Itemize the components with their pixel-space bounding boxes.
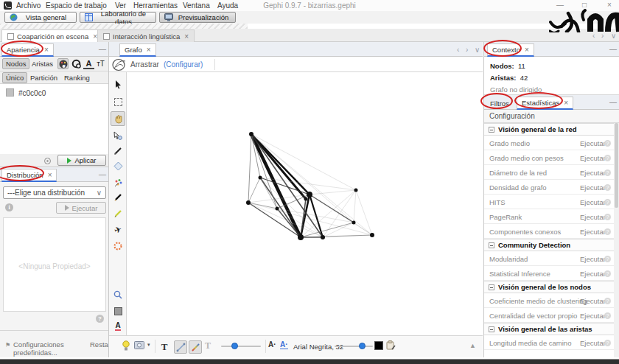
run-button[interactable]: Ejecutar	[580, 312, 606, 320]
stats-section-header[interactable]: Visión general de los nodos	[484, 281, 614, 293]
graph-node[interactable]	[246, 200, 251, 205]
collapse-icon[interactable]	[489, 242, 494, 248]
edge-color-mode-button[interactable]	[189, 340, 202, 354]
apply-button[interactable]: Aplicar	[57, 155, 106, 166]
label-color-icon[interactable]: A	[83, 58, 94, 69]
overview-button[interactable]: Vista general	[4, 12, 77, 23]
help-icon[interactable]: ?	[604, 214, 611, 220]
chevron-down-icon[interactable]: ∨	[475, 46, 480, 54]
preview-button[interactable]: Previsualización	[159, 12, 236, 23]
close-tab-icon[interactable]: ×	[147, 46, 151, 54]
scrollbar-thumb[interactable]	[615, 123, 618, 208]
help-icon[interactable]: ?	[604, 184, 611, 191]
tab-apariencia[interactable]: Apariencia ×	[1, 43, 54, 57]
run-button[interactable]: Ejecutar	[580, 297, 606, 305]
menu-ver[interactable]: Ver	[115, 1, 126, 10]
collapse-icon[interactable]	[489, 127, 494, 133]
run-button[interactable]: Ejecutar	[580, 213, 606, 221]
help-icon[interactable]: ?	[604, 312, 611, 319]
menu-espacio-de-trabajo[interactable]: Espacio de trabajo	[46, 1, 107, 10]
stats-section-header[interactable]: Visión general de las aristas	[484, 323, 614, 335]
run-button[interactable]: Ejecutar	[580, 339, 606, 347]
menu-archivo[interactable]: Archivo	[16, 1, 41, 10]
chevron-down-icon[interactable]: ∨	[611, 32, 616, 40]
edge-pencil-tool[interactable]	[111, 206, 125, 221]
color-swatch[interactable]	[6, 88, 14, 97]
tab-aristas[interactable]: Aristas	[29, 58, 56, 69]
run-button[interactable]: Ejecutar	[580, 198, 606, 206]
help-icon[interactable]: ?	[96, 315, 104, 323]
graph-node[interactable]	[370, 233, 374, 237]
graph-node[interactable]	[304, 197, 308, 201]
settings-button[interactable]: Configuración	[484, 110, 619, 123]
screenshot-button[interactable]: ▾	[134, 340, 150, 349]
run-button[interactable]: Ejecutar	[580, 183, 606, 192]
graph-node[interactable]	[249, 132, 253, 136]
chevron-left-icon[interactable]: ‹	[592, 32, 595, 40]
show-edges-button[interactable]	[174, 340, 187, 354]
node-mover-tool[interactable]	[111, 128, 125, 143]
graph-node[interactable]	[276, 207, 279, 211]
help-icon[interactable]: ?	[604, 199, 611, 206]
collapse-icon[interactable]	[489, 326, 494, 332]
tab-distribucion[interactable]: Distribución ×	[1, 169, 57, 182]
menu-ayuda[interactable]: Ayuda	[217, 1, 238, 10]
help-icon[interactable]: ?	[604, 228, 611, 235]
help-icon[interactable]: ?	[604, 155, 611, 161]
rectangle-selection-tool[interactable]	[111, 94, 125, 109]
run-button[interactable]: Ejecutar	[580, 255, 606, 263]
chevron-right-icon[interactable]: ›	[466, 46, 468, 54]
graph-node[interactable]	[298, 234, 304, 240]
close-tab-icon[interactable]: ×	[48, 171, 52, 179]
node-labels-button[interactable]: T	[158, 340, 171, 354]
minimize-panel-icon[interactable]: —	[99, 170, 106, 178]
attributes-settings-button[interactable]	[386, 340, 396, 350]
help-icon[interactable]: ?	[604, 298, 611, 304]
font-size-slider[interactable]	[335, 346, 373, 347]
label-color-attr-button[interactable]: A·	[280, 340, 288, 349]
help-icon[interactable]: ?	[604, 256, 611, 262]
minimize-panel-icon[interactable]: —	[99, 45, 106, 53]
shortest-path-tool[interactable]: ✈	[111, 223, 125, 237]
graph-node[interactable]	[259, 176, 262, 180]
close-tab-icon[interactable]: ×	[525, 46, 529, 54]
graph-node[interactable]	[354, 189, 358, 192]
help-icon[interactable]: ?	[604, 140, 611, 147]
run-button[interactable]: Ejecutar	[580, 154, 606, 162]
expand-caret-icon[interactable]: ▲	[469, 342, 476, 349]
tab-filtros[interactable]: Filtros	[486, 97, 514, 110]
color-palette-icon[interactable]	[57, 58, 69, 69]
tab-contexto[interactable]: Contexto ×	[487, 43, 534, 57]
tab-interaccion-linguistica[interactable]: Interacción lingüística ×	[97, 29, 195, 42]
tab-unico[interactable]: Único	[2, 72, 27, 83]
menu-ventana[interactable]: Ventana	[183, 1, 210, 10]
label-size-icon[interactable]: тT	[95, 58, 106, 69]
slider-knob[interactable]	[231, 343, 238, 349]
edge-weight-slider[interactable]	[221, 346, 261, 347]
reset-button[interactable]: Resta	[90, 340, 108, 349]
menu-herramientas[interactable]: Herramientas	[133, 1, 178, 10]
graph-node[interactable]	[307, 192, 312, 197]
heat-map-tool[interactable]	[111, 239, 125, 253]
configure-link[interactable]: (Configurar)	[164, 60, 203, 69]
drag-tool[interactable]	[111, 111, 125, 126]
run-button[interactable]: Ejecutar	[580, 228, 606, 236]
distribution-select[interactable]: ---Elige una distribución ∨	[3, 186, 106, 199]
data-laboratory-button[interactable]: Laboratorio de datos	[80, 12, 156, 23]
minimize-panel-icon[interactable]: —	[609, 98, 617, 106]
sizer-tool[interactable]	[111, 158, 125, 173]
help-icon[interactable]: ?	[604, 340, 611, 346]
direct-selection-tool[interactable]	[111, 77, 125, 91]
size-ring-icon[interactable]	[71, 58, 82, 69]
graph-canvas[interactable]	[127, 72, 483, 335]
color-brush-tool[interactable]	[111, 175, 125, 189]
run-button[interactable]: Ejecutar	[580, 139, 606, 147]
node-size-attr-button[interactable]: A·	[268, 340, 276, 349]
painter-tool[interactable]	[111, 144, 125, 158]
stats-section-header[interactable]: Visión general de la red	[484, 123, 614, 136]
run-button[interactable]: Ejecutar	[580, 270, 606, 278]
slider-knob[interactable]	[359, 343, 366, 349]
minimize-panel-icon[interactable]: —	[609, 45, 617, 53]
graph-node[interactable]	[352, 221, 356, 225]
tab-particion[interactable]: Partición	[27, 72, 60, 83]
